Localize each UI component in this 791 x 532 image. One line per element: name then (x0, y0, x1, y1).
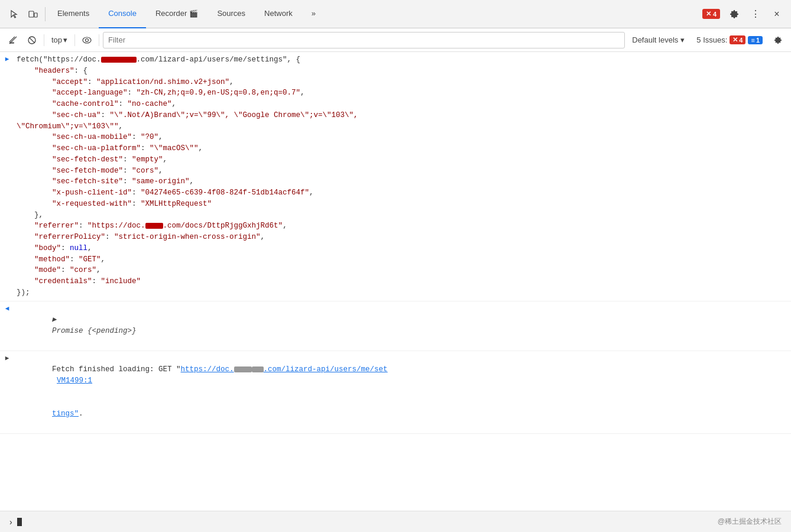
prompt-cursor (17, 518, 22, 526)
console-settings-btn[interactable] (770, 32, 786, 48)
promise-content: ▶ Promise {<pending>} (14, 303, 791, 349)
svg-rect-1 (34, 13, 37, 17)
svg-point-6 (86, 38, 89, 41)
fetch-line-17: "referrerPolicy": "strict-origin-when-cr… (17, 232, 789, 243)
fetch-line-8: "sec-ch-ua-mobile": "?0", (17, 132, 789, 143)
promise-expand-arrow[interactable]: ▶ (52, 316, 57, 324)
clear-console-btn[interactable] (5, 32, 21, 48)
fetch-finished-content: Fetch finished loading: GET "https://doc… (14, 352, 791, 432)
fetch-finished-link[interactable]: https://doc..com/lizard-api/users/me/set (181, 365, 388, 374)
devtools-toolbar: Elements Console Recorder 🎬 Sources Netw… (0, 0, 791, 28)
fetch-line-4: "accept-language": "zh-CN,zh;q=0.9,en-US… (17, 87, 789, 99)
fetch-line-13: "x-push-client-id": "04274e65-c639-4f08-… (17, 187, 789, 199)
svg-line-4 (30, 37, 35, 43)
fetch-line-22: }); (17, 287, 789, 299)
promise-entry: ◀ ▶ Promise {<pending>} (0, 301, 791, 351)
tab-more[interactable]: » (302, 0, 325, 28)
warning-count-badge: ≡ 1 (748, 36, 763, 44)
console-content: ▶ fetch("https://doc..com/lizard-api/use… (0, 52, 791, 511)
console-toolbar: top ▾ Default levels ▾ 5 Issues: ✕ 4 ≡ 1 (0, 28, 791, 52)
fetch-line-15: }, (17, 210, 789, 221)
fetch-entry: ▶ fetch("https://doc..com/lizard-api/use… (0, 52, 791, 301)
console-divider-1 (44, 34, 44, 46)
error-count-badge: ✕ 4 (730, 35, 745, 44)
fetch-line-16: "referrer": "https://doc..com/docs/DttpR… (17, 220, 789, 232)
fetch-line-20: "mode": "cors", (17, 265, 789, 276)
fetch-line-21: "credentials": "include" (17, 276, 789, 287)
console-prompt: › (9, 517, 718, 527)
fetch-code-block: fetch("https://doc..com/lizard-api/users… (14, 53, 791, 300)
device-toggle-btn[interactable] (24, 5, 43, 24)
fetch-line-9: "sec-ch-ua-platform": "\"macOS\"", (17, 143, 789, 154)
expand-arrow[interactable]: ▶ (0, 53, 14, 64)
fetch-line-18: "body": null, (17, 243, 789, 254)
x-icon-small: ✕ (732, 36, 738, 44)
tab-recorder[interactable]: Recorder 🎬 (146, 0, 208, 28)
fetch-line-1: fetch("https://doc..com/lizard-api/users… (17, 54, 789, 66)
more-options-btn[interactable]: ⋮ (746, 5, 765, 24)
close-btn[interactable]: × (767, 5, 786, 24)
prompt-arrow-icon: › (9, 517, 12, 527)
fetch-finished-line2: tings". (17, 398, 789, 431)
fetch-finished-entry: ▶ Fetch finished loading: GET "https://d… (0, 351, 791, 434)
filter-input[interactable] (106, 33, 622, 47)
svg-rect-2 (9, 42, 14, 44)
fetch-line-7: \"Chromium\";v=\"103\"", (17, 121, 789, 132)
console-divider-3 (99, 34, 99, 46)
context-selector[interactable]: top ▾ (48, 34, 71, 46)
console-divider-2 (74, 34, 75, 46)
vm-link[interactable]: VM1499:1 (57, 377, 92, 385)
fetch-line-11: "sec-fetch-mode": "cors", (17, 166, 789, 177)
issues-badge-btn[interactable]: 5 Issues: ✕ 4 ≡ 1 (692, 34, 767, 46)
default-levels-btn[interactable]: Default levels ▾ (627, 34, 689, 46)
error-badge[interactable]: ✕ 4 (702, 9, 720, 19)
svg-point-5 (83, 37, 91, 43)
info-icon: ≡ (751, 37, 754, 44)
x-icon: ✕ (706, 10, 711, 18)
fetch-line-10: "sec-fetch-dest": "empty", (17, 154, 789, 166)
toolbar-divider-1 (45, 7, 46, 21)
cursor-icon-btn[interactable] (5, 5, 24, 24)
tab-network[interactable]: Network (255, 0, 302, 28)
settings-icon-btn[interactable] (725, 5, 744, 24)
tab-elements[interactable]: Elements (48, 0, 99, 28)
return-arrow[interactable]: ◀ (0, 303, 14, 314)
tab-sources[interactable]: Sources (208, 0, 255, 28)
fetch-line-5: "cache-control": "no-cache", (17, 99, 789, 110)
chevron-down-icon: ▾ (63, 35, 67, 44)
promise-line: ▶ Promise {<pending>} (17, 304, 789, 348)
fetch-finished-line: Fetch finished loading: GET "https://doc… (17, 353, 789, 398)
svg-rect-0 (29, 11, 34, 17)
fetch-line-3: "accept": "application/nd.shimo.v2+json"… (17, 77, 789, 88)
fetch-line-2: "headers": { (17, 66, 789, 77)
bottom-credit: @稀土掘金技术社区 (718, 517, 782, 527)
fetch-finished-arrow[interactable]: ▶ (0, 352, 14, 364)
fetch-line-6: "sec-ch-ua": "\".Not/A)Brand\";v=\"99\",… (17, 110, 789, 121)
stop-btn[interactable] (24, 32, 40, 48)
recorder-icon: 🎬 (189, 9, 198, 18)
live-expressions-btn[interactable] (79, 32, 95, 48)
fetch-finished-link2[interactable]: tings" (52, 410, 79, 418)
toolbar-right: ✕ 4 ⋮ × (702, 5, 786, 24)
fetch-line-14: "x-requested-with": "XMLHttpRequest" (17, 199, 789, 210)
chevron-down-icon: ▾ (680, 35, 685, 44)
fetch-line-19: "method": "GET", (17, 254, 789, 265)
fetch-line-12: "sec-fetch-site": "same-origin", (17, 176, 789, 187)
filter-container (103, 32, 625, 48)
tab-console[interactable]: Console (99, 0, 146, 28)
bottom-bar: › @稀土掘金技术社区 (0, 511, 791, 532)
